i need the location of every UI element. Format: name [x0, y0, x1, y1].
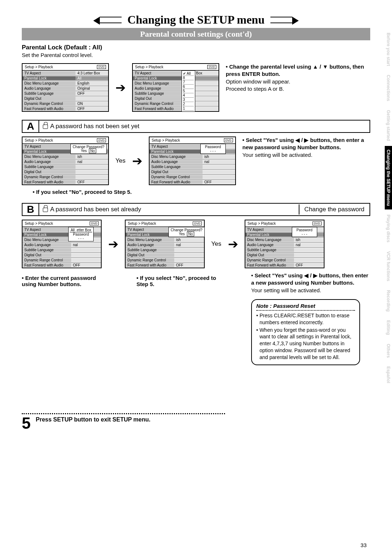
menu-row: TV Aspect4:3 Letter Box — [23, 70, 108, 76]
instruction-bold: • Select "Yes" using ◀ / ▶ buttons, then… — [251, 272, 370, 287]
yes-arrow-label: Yes — [211, 240, 221, 248]
menu-row: Dynamic Range Control — [23, 257, 101, 262]
menu-row: Fast Forward with AudioOFF — [23, 262, 101, 268]
menu-row: Audio LanguageOriginal — [23, 86, 108, 91]
menu-row: Audio Languagenal — [150, 159, 235, 164]
level-options-overlay: ✔ All87654321 — [181, 70, 195, 112]
side-tab: Connections — [385, 71, 392, 105]
breadcrumb: Setup > Playback — [152, 138, 180, 142]
side-tab: Recording — [385, 286, 392, 315]
side-tab: Español — [385, 363, 392, 387]
note-item: Press CLEAR/C.RESET button to erase numb… — [260, 312, 355, 326]
page-title: Changing the SETUP menu — [122, 13, 270, 27]
menu-row: Digital Out — [23, 252, 101, 257]
menu-row: Dynamic Range Control — [126, 257, 204, 262]
menu-row: Dynamic Range ControlON — [23, 101, 108, 106]
section-letter: B — [23, 204, 39, 215]
menu-row: Parental Lock — [133, 76, 219, 81]
menu-row: Dynamic Range Control — [23, 174, 108, 179]
setup-menu-a1: Setup > PlaybackDVD TV Aspectetter BoxPa… — [22, 137, 109, 185]
menu-row: Disc Menu Languageish — [126, 237, 204, 242]
password-overlay: Password - - - — [200, 144, 226, 154]
side-tab: Editing — [385, 317, 392, 339]
breadcrumb: Setup > Playback — [128, 221, 156, 225]
menu-row: Subtitle Language — [150, 164, 235, 169]
password-label: Password — [202, 145, 224, 149]
menu-row: Dynamic Range Control — [245, 257, 324, 262]
menu-row: Digital Out — [245, 252, 324, 257]
page-title-band: Changing the SETUP menu — [22, 13, 370, 27]
change-password-overlay: Change Password? Yes No — [168, 227, 205, 237]
instruction-text: Option window will appear. — [226, 78, 370, 85]
dvd-badge: DVD — [97, 138, 106, 142]
unlock-icon — [43, 125, 48, 129]
arrow-right-icon: ➔ — [228, 237, 238, 251]
dvd-badge: DVD — [207, 65, 216, 69]
arrow-right-icon: ➔ — [115, 80, 126, 95]
side-tab: VCR functions — [385, 248, 392, 285]
menu-row: Audio Languagenal — [126, 242, 204, 247]
menu-row: Digital Out — [23, 169, 108, 174]
breadcrumb: Setup > Playback — [25, 65, 53, 69]
side-tab: Playing discs — [385, 211, 392, 246]
menu-row: Disc Menu LanguageEnglish — [23, 81, 108, 86]
menu-row: Fast Forward with AudioOFF — [245, 262, 324, 268]
section-letter: A — [23, 121, 39, 132]
section-b-title: A password has been set already — [50, 206, 141, 213]
no-option: No — [89, 148, 97, 153]
menu-row: TV Aspectetter Box — [133, 70, 219, 76]
section-a-no-note: • If you select "No", proceed to Step 5. — [33, 189, 134, 195]
step5-text: Press SETUP button to exit SETUP menu. — [36, 416, 150, 423]
setup-menu-a2: Setup > PlaybackDVD TV Aspectetter BoxPa… — [149, 137, 236, 185]
dvd-badge: DVD — [224, 138, 233, 142]
page-number: 33 — [360, 542, 367, 548]
menu-row: Fast Forward with AudioOFF — [23, 106, 108, 111]
password-mask: - - - — [70, 236, 92, 240]
menu-row: Subtitle Language — [245, 247, 324, 252]
password-mask: - - - — [202, 149, 224, 153]
intro-heading: Parental Lock (Default : All) — [22, 44, 370, 51]
side-tabs: Before you start Connections Getting sta… — [385, 29, 392, 387]
menu-row: Fast Forward with AudioOFF — [150, 179, 235, 184]
menu-row: Digital Out — [150, 169, 235, 174]
caption-b2: • If you select "No", proceed to Step 5. — [136, 275, 224, 287]
change-password-overlay: Change Password? Yes No — [70, 144, 107, 154]
arrow-right-icon — [270, 17, 292, 23]
caption-b1: • Enter the current password using Numbe… — [22, 275, 109, 287]
menu-row: Audio Languagenal — [23, 159, 108, 164]
menu-row: Parental LockAll — [23, 76, 108, 81]
menu-row: Audio Languagenal — [23, 242, 101, 247]
step5-number: 5 — [22, 414, 30, 432]
yes-arrow-label: Yes — [115, 157, 126, 164]
menu-row: Dynamic Range Control — [150, 174, 235, 179]
menu-row: Subtitle Language — [23, 247, 101, 252]
menu-row: Subtitle LanguageOFF — [23, 91, 108, 96]
side-tab: Others — [385, 340, 392, 362]
dvd-badge: DVD — [313, 221, 322, 225]
note-box: Note : Password Reset •Press CLEAR/C.RES… — [251, 299, 360, 365]
instruction-bold: • Change the parental level using ▲ / ▼ … — [226, 63, 370, 78]
intro-text: Set the Parental control level. — [22, 52, 370, 58]
password-overlay: Password - - - — [292, 227, 317, 237]
lock-icon — [43, 208, 48, 212]
dvd-badge: DVD — [97, 65, 106, 69]
setup-menu-b2: Setup > PlaybackDVD TV Aspectetter BoxPa… — [125, 220, 205, 268]
breadcrumb: Setup > Playback — [25, 138, 53, 142]
menu-row: Digital Out — [133, 96, 219, 101]
menu-row: Subtitle Language — [23, 164, 108, 169]
no-option: No — [187, 232, 195, 236]
side-tab: Before you start — [385, 29, 392, 70]
menu-row: Disc Menu Languageish — [23, 154, 108, 159]
section-b-header: B A password has been set already Change… — [22, 203, 370, 216]
note-title: Note : Password Reset — [256, 303, 355, 311]
section-a-title: A password has not been set yet — [50, 123, 139, 130]
password-overlay: All etter Box Password - - - — [68, 227, 94, 241]
menu-row: Fast Forward with AudioOFF — [23, 179, 108, 184]
instruction-text: Your setting will be activated. — [242, 151, 370, 159]
setup-menu-2: Setup > PlaybackDVD TV Aspectetter BoxPa… — [132, 63, 219, 112]
menu-row: Digital Out — [126, 252, 204, 257]
breadcrumb: Setup > Playback — [248, 221, 276, 225]
menu-row: Digital Out — [23, 96, 108, 101]
menu-row: Disc Menu Languageish — [133, 81, 219, 86]
menu-row: Subtitle Language — [133, 91, 219, 96]
